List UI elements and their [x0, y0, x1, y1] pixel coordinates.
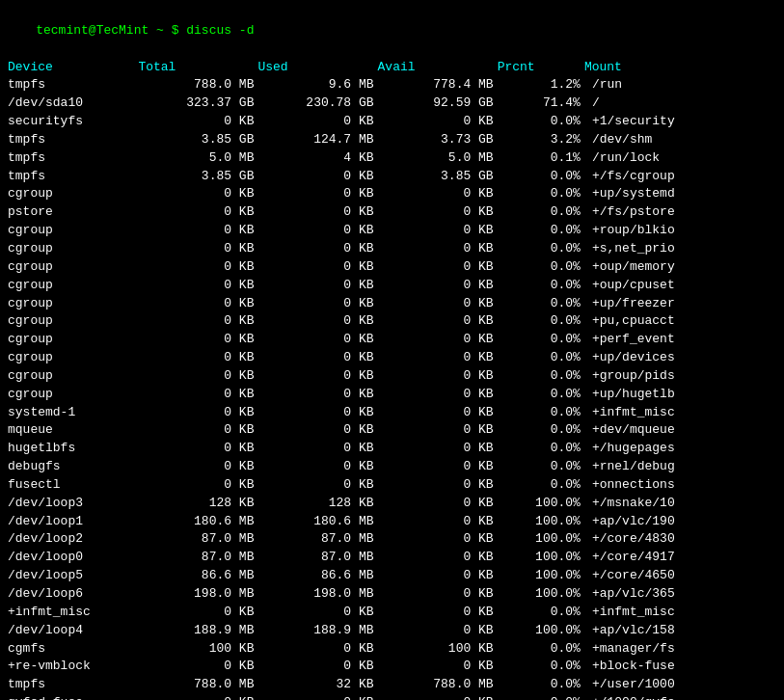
- table-row: /dev/loop6198.0 MB198.0 MB0 KB100.0%+ap/…: [6, 585, 778, 604]
- table-body: tmpfs788.0 MB9.6 MB778.4 MB1.2%/run/dev/…: [6, 76, 778, 700]
- table-row: /dev/loop4188.9 MB188.9 MB0 KB100.0%+ap/…: [6, 622, 778, 640]
- table-row: /dev/loop287.0 MB87.0 MB0 KB100.0%+/core…: [6, 530, 778, 549]
- table-row: tmpfs5.0 MB4 KB5.0 MB0.1%/run/lock: [6, 149, 778, 168]
- header-avail: Avail: [376, 59, 496, 77]
- table-row: cgroup0 KB0 KB0 KB0.0%+pu,cpuacct: [6, 312, 778, 331]
- table-row: cgroup0 KB0 KB0 KB0.0%+oup/cpuset: [6, 277, 778, 295]
- table-row: gvfsd-fuse0 KB0 KB0 KB0.0%+/1000/gvfs: [6, 694, 778, 700]
- table-row: debugfs0 KB0 KB0 KB0.0%+rnel/debug: [6, 458, 778, 476]
- table-row: +re-vmblock0 KB0 KB0 KB0.0%+block-fuse: [6, 658, 778, 676]
- table-row: tmpfs3.85 GB124.7 MB3.73 GB3.2%/dev/shm: [6, 131, 778, 149]
- header-used: Used: [256, 59, 375, 77]
- terminal-window: tecmint@TecMint ~ $ discus -d Device Tot…: [0, 0, 784, 700]
- table-row: fusectl0 KB0 KB0 KB0.0%+onnections: [6, 476, 778, 495]
- header-prcnt: Prcnt: [496, 59, 582, 77]
- table-row: /dev/loop3128 KB128 KB0 KB100.0%+/msnake…: [6, 495, 778, 513]
- table-row: cgroup0 KB0 KB0 KB0.0%+s,net_prio: [6, 240, 778, 258]
- table-row: /dev/loop1180.6 MB180.6 MB0 KB100.0%+ap/…: [6, 513, 778, 531]
- header-mount: Mount: [582, 59, 778, 77]
- table-row: mqueue0 KB0 KB0 KB0.0%+dev/mqueue: [6, 421, 778, 440]
- disk-table: Device Total Used Avail Prcnt Mount tmpf…: [6, 59, 778, 700]
- table-row: cgroup0 KB0 KB0 KB0.0%+roup/blkio: [6, 222, 778, 240]
- table-row: cgroup0 KB0 KB0 KB0.0%+up/hugetlb: [6, 386, 778, 404]
- table-row: hugetlbfs0 KB0 KB0 KB0.0%+/hugepages: [6, 440, 778, 458]
- table-row: /dev/sda10323.37 GB230.78 GB92.59 GB71.4…: [6, 94, 778, 113]
- table-row: /dev/loop586.6 MB86.6 MB0 KB100.0%+/core…: [6, 567, 778, 585]
- table-row: tmpfs3.85 GB0 KB3.85 GB0.0%+/fs/cgroup: [6, 168, 778, 186]
- table-row: pstore0 KB0 KB0 KB0.0%+/fs/pstore: [6, 203, 778, 222]
- table-row: tmpfs788.0 MB32 KB788.0 MB0.0%+/user/100…: [6, 676, 778, 694]
- table-row: cgroup0 KB0 KB0 KB0.0%+perf_event: [6, 331, 778, 349]
- header-total: Total: [136, 59, 256, 77]
- table-row: cgroup0 KB0 KB0 KB0.0%+up/systemd: [6, 185, 778, 203]
- table-row: cgroup0 KB0 KB0 KB0.0%+up/freezer: [6, 295, 778, 313]
- table-row: /dev/loop087.0 MB87.0 MB0 KB100.0%+/core…: [6, 549, 778, 567]
- table-row: tmpfs788.0 MB9.6 MB778.4 MB1.2%/run: [6, 76, 778, 94]
- header-device: Device: [6, 59, 136, 77]
- table-row: securityfs0 KB0 KB0 KB0.0%+1/security: [6, 113, 778, 131]
- top-prompt: tecmint@TecMint ~ $ discus -d: [6, 4, 778, 59]
- table-row: cgmfs100 KB0 KB100 KB0.0%+manager/fs: [6, 640, 778, 659]
- table-header: Device Total Used Avail Prcnt Mount: [6, 59, 778, 77]
- table-row: systemd-10 KB0 KB0 KB0.0%+infmt_misc: [6, 404, 778, 422]
- table-row: cgroup0 KB0 KB0 KB0.0%+up/devices: [6, 349, 778, 367]
- table-row: cgroup0 KB0 KB0 KB0.0%+group/pids: [6, 367, 778, 386]
- prompt-user: tecmint@TecMint ~ $ discus -d: [36, 23, 254, 38]
- table-row: cgroup0 KB0 KB0 KB0.0%+oup/memory: [6, 258, 778, 277]
- table-row: +infmt_misc0 KB0 KB0 KB0.0%+infmt_misc: [6, 604, 778, 622]
